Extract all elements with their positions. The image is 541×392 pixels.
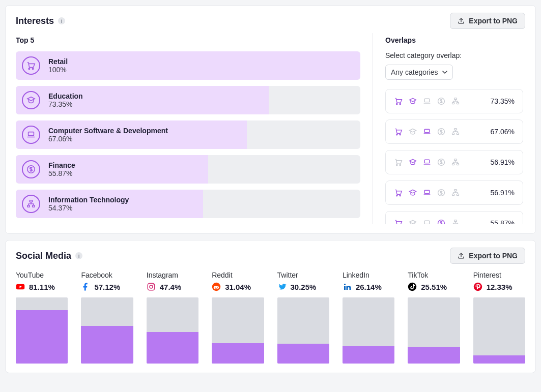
interests-top5-heading: Top 5 — [16, 36, 360, 44]
dollar-icon — [437, 127, 446, 136]
interests-overlaps: Overlaps Select category overlap: Any ca… — [373, 33, 525, 224]
cart-icon — [394, 127, 403, 136]
info-icon[interactable]: i — [58, 17, 65, 24]
overlap-item[interactable]: 73.35% — [385, 89, 523, 113]
social-name: TikTok — [408, 271, 460, 279]
interests-title: Interests i — [16, 16, 65, 26]
interest-label: Finance — [48, 161, 75, 169]
social-header: Social Media i Export to PNG — [6, 240, 535, 268]
info-icon[interactable]: i — [75, 252, 82, 259]
social-bar — [16, 297, 68, 364]
social-name: Reddit — [212, 271, 264, 279]
export-icon — [458, 252, 465, 259]
dollar-icon — [437, 97, 446, 106]
svg-point-10 — [153, 284, 154, 285]
facebook-icon — [81, 282, 90, 291]
overlap-percent: 67.06% — [491, 128, 515, 136]
cart-icon — [394, 158, 403, 167]
cart-icon — [22, 56, 40, 75]
twitter-icon — [277, 282, 287, 291]
overlap-item[interactable]: 55.87% — [385, 211, 523, 224]
org-icon — [451, 188, 460, 197]
social-percent: 25.51% — [421, 283, 447, 291]
cart-icon — [394, 188, 403, 197]
overlap-icons — [394, 219, 460, 224]
overlaps-category-dropdown[interactable]: Any categories — [385, 65, 453, 80]
overlap-icons — [394, 127, 460, 136]
overlap-item[interactable]: 56.91% — [385, 150, 523, 174]
overlap-percent: 56.91% — [491, 158, 515, 166]
social-column: Reddit 31.04% — [212, 271, 264, 364]
interests-title-text: Interests — [16, 16, 54, 26]
interest-row[interactable]: Education 73.35% — [16, 86, 360, 114]
interest-value: 100% — [48, 66, 68, 74]
overlaps-dropdown-value: Any categories — [391, 68, 438, 76]
interest-row[interactable]: Retail 100% — [16, 51, 360, 80]
overlaps-heading: Overlaps — [385, 36, 525, 44]
chevron-down-icon — [442, 70, 447, 75]
social-bar — [343, 297, 394, 364]
cart-icon — [394, 219, 403, 224]
social-bar — [473, 297, 525, 364]
org-icon — [22, 195, 40, 213]
interest-label: Information Technology — [48, 196, 129, 204]
interests-header: Interests i Export to PNG — [6, 6, 535, 33]
dollar-icon — [437, 219, 446, 224]
social-column: LinkedIn 26.14% — [343, 271, 394, 364]
interest-row[interactable]: Information Technology 54.37% — [16, 190, 360, 218]
interest-row[interactable]: Computer Software & Development 67.06% — [16, 120, 360, 149]
org-icon — [451, 127, 460, 136]
grad-icon — [408, 127, 417, 136]
social-bar-fill — [16, 310, 68, 364]
social-column: Instagram 47.4% — [147, 271, 198, 364]
overlap-percent: 73.35% — [491, 97, 515, 105]
social-column: Twitter 30.25% — [277, 271, 329, 364]
social-name: LinkedIn — [343, 271, 394, 279]
export-png-label: Export to PNG — [469, 17, 518, 25]
linkedin-icon — [343, 282, 352, 291]
social-title: Social Media i — [16, 251, 82, 261]
laptop-icon — [422, 158, 432, 167]
social-bar — [277, 297, 329, 364]
overlap-icons — [394, 158, 460, 167]
laptop-icon — [422, 97, 432, 106]
instagram-icon — [147, 282, 156, 291]
reddit-icon — [212, 282, 221, 291]
overlaps-list[interactable]: 73.35% 67.06% 56.91% 56.91% 55.87% — [385, 89, 528, 224]
dollar-icon — [437, 188, 446, 197]
social-bar — [212, 297, 264, 364]
interest-label: Education — [48, 92, 83, 100]
social-column: Facebook 57.12% — [81, 271, 133, 364]
overlap-item[interactable]: 67.06% — [385, 119, 523, 144]
org-icon — [451, 97, 460, 106]
interest-bar-fill — [16, 155, 208, 184]
social-column: TikTok 25.51% — [408, 271, 460, 364]
svg-point-13 — [215, 287, 216, 288]
overlap-percent: 56.91% — [491, 189, 515, 197]
laptop-icon — [22, 126, 40, 144]
social-bar — [408, 297, 460, 364]
interest-row[interactable]: Finance 55.87% — [16, 155, 360, 184]
grad-icon — [408, 97, 417, 106]
social-name: Instagram — [147, 271, 198, 279]
org-icon — [451, 219, 460, 224]
social-percent: 31.04% — [225, 283, 251, 291]
overlap-icons — [394, 188, 460, 197]
social-name: Pinterest — [473, 271, 525, 279]
social-title-text: Social Media — [16, 251, 71, 261]
export-png-label: Export to PNG — [469, 252, 518, 260]
svg-point-16 — [473, 283, 482, 291]
svg-point-9 — [150, 285, 153, 288]
org-icon — [451, 158, 460, 167]
overlap-item[interactable]: 56.91% — [385, 180, 523, 205]
social-percent: 57.12% — [94, 283, 120, 291]
social-column: Pinterest 12.33% — [473, 271, 525, 364]
export-png-button[interactable]: Export to PNG — [450, 248, 525, 264]
social-grid: YouTube 81.11% Facebook 57.12% — [16, 271, 525, 364]
social-bar — [81, 297, 133, 364]
social-percent: 81.11% — [29, 283, 55, 291]
social-bar-fill — [147, 332, 198, 364]
interest-value: 55.87% — [48, 169, 75, 177]
export-png-button[interactable]: Export to PNG — [450, 13, 525, 29]
social-name: YouTube — [16, 271, 68, 279]
